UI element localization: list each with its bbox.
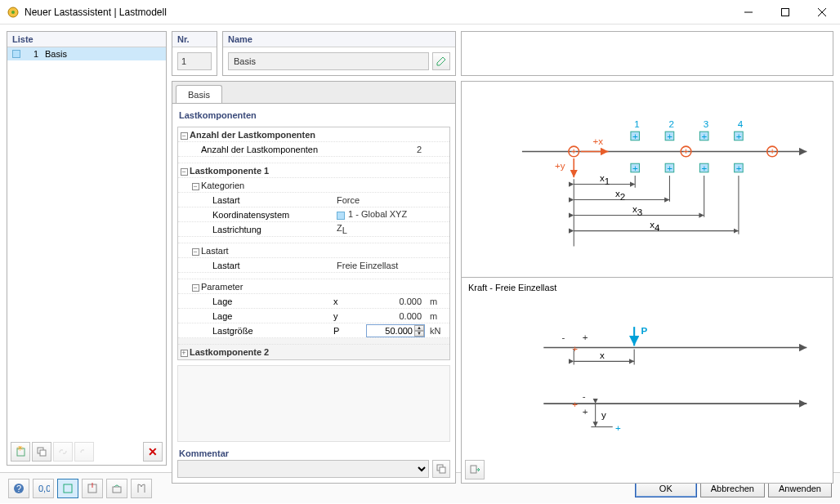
svg-text:+: + bbox=[702, 163, 708, 173]
row-lage-x[interactable]: Lage x 0.000m bbox=[178, 294, 449, 309]
list-item-label: Basis bbox=[45, 49, 67, 59]
link-button bbox=[53, 442, 73, 462]
svg-text:-: - bbox=[561, 332, 565, 342]
nr-panel: Nr. bbox=[172, 31, 217, 76]
property-grid: −Anzahl der Lastkomponenten Anzahl der L… bbox=[177, 127, 450, 360]
blank-top-panel bbox=[461, 31, 833, 76]
svg-text:+: + bbox=[667, 131, 672, 141]
copy-item-button[interactable] bbox=[32, 442, 51, 462]
svg-text:+: + bbox=[571, 145, 577, 156]
list-header: Liste bbox=[7, 32, 166, 47]
svg-text:+: + bbox=[667, 163, 672, 173]
svg-text:+: + bbox=[583, 405, 588, 416]
list-body: 1 Basis bbox=[7, 47, 166, 465]
edit-name-button[interactable] bbox=[432, 52, 450, 70]
svg-text:+: + bbox=[583, 332, 588, 342]
svg-text:+: + bbox=[615, 421, 621, 432]
unlink-button bbox=[74, 442, 94, 462]
row-lage-y[interactable]: Lage y 0.000m bbox=[178, 309, 449, 323]
new-item-button[interactable]: ✳ bbox=[11, 442, 30, 462]
view3-button[interactable] bbox=[106, 479, 127, 498]
script-button[interactable] bbox=[131, 479, 152, 498]
svg-text:1: 1 bbox=[634, 118, 639, 129]
svg-text:2: 2 bbox=[668, 118, 673, 129]
units-button[interactable]: 0,00 bbox=[33, 479, 54, 498]
diagram-bottom: Kraft - Freie Einzellast - + + P bbox=[461, 278, 833, 484]
row-lastgroesse[interactable]: Lastgröße P ▲▼ kN bbox=[178, 323, 449, 338]
svg-text:P: P bbox=[641, 324, 648, 335]
svg-rect-3 bbox=[781, 8, 789, 16]
spinner-up[interactable]: ▲ bbox=[414, 325, 424, 331]
diagram-export-button[interactable] bbox=[465, 460, 485, 479]
nr-header: Nr. bbox=[172, 32, 217, 47]
grid-filler bbox=[177, 365, 450, 442]
kommentar-select[interactable] bbox=[177, 460, 429, 478]
row-lastrichtung[interactable]: Lastrichtung ZL bbox=[178, 222, 449, 237]
app-icon bbox=[7, 6, 20, 19]
tab-body: Lastkomponenten −Anzahl der Lastkomponen… bbox=[172, 103, 455, 483]
name-panel: Name bbox=[222, 31, 456, 76]
svg-text:+: + bbox=[702, 131, 708, 141]
svg-text:4: 4 bbox=[738, 118, 744, 129]
svg-text:+: + bbox=[736, 131, 742, 141]
list-color-swatch bbox=[12, 50, 20, 58]
titlebar: Neuer Lastassistent | Lastmodell bbox=[0, 0, 840, 25]
group-lastart2[interactable]: −Lastart bbox=[178, 243, 449, 258]
svg-rect-81 bbox=[113, 487, 121, 493]
help-button[interactable]: ? bbox=[8, 479, 29, 498]
svg-text:✳: ✳ bbox=[16, 446, 24, 453]
content-area: Liste 1 Basis ✳ ✕ Nr. Name bbox=[0, 25, 840, 472]
tab-basis[interactable]: Basis bbox=[176, 85, 222, 103]
delete-item-button[interactable]: ✕ bbox=[143, 442, 163, 462]
row-koordsys[interactable]: Koordinatensystem 1 - Global XYZ bbox=[178, 207, 449, 222]
tab-strip: Basis bbox=[172, 82, 455, 103]
view1-button[interactable] bbox=[57, 479, 78, 498]
row-anzahl[interactable]: Anzahl der Lastkomponenten 2 bbox=[178, 142, 449, 157]
group-lk2[interactable]: +Lastkomponente 2 bbox=[178, 345, 449, 359]
list-toolbar: ✳ ✕ bbox=[11, 442, 163, 462]
svg-text:+: + bbox=[632, 163, 638, 173]
diagram-top: + + + +x +y 1+ 2+ 3+ bbox=[461, 81, 833, 278]
kommentar-copy-button[interactable] bbox=[432, 460, 450, 478]
section-lastkomponenten: Lastkomponenten bbox=[177, 109, 450, 122]
svg-text:y: y bbox=[601, 409, 606, 420]
diagram-bottom-label: Kraft - Freie Einzellast bbox=[468, 283, 556, 292]
svg-rect-11 bbox=[440, 467, 445, 473]
right-container: Nr. Name Basis Lastkomponenten bbox=[172, 31, 833, 466]
svg-text:+x: +x bbox=[592, 136, 603, 146]
name-header: Name bbox=[223, 32, 455, 47]
window-title: Neuer Lastassistent | Lastmodell bbox=[25, 7, 730, 18]
tabs-panel: Basis Lastkomponenten −Anzahl der Lastko… bbox=[172, 81, 456, 484]
minimize-button[interactable] bbox=[730, 0, 766, 25]
svg-rect-78 bbox=[64, 484, 72, 493]
name-input[interactable] bbox=[228, 52, 429, 70]
group-lk1[interactable]: −Lastkomponente 1 bbox=[178, 163, 449, 178]
close-button[interactable] bbox=[803, 0, 840, 25]
svg-point-1 bbox=[11, 11, 15, 14]
svg-text:+: + bbox=[572, 399, 578, 409]
spinner-down[interactable]: ▼ bbox=[414, 331, 424, 337]
group-anzahl[interactable]: −Anzahl der Lastkomponenten bbox=[178, 127, 449, 142]
group-parameter[interactable]: −Parameter bbox=[178, 279, 449, 294]
svg-text:+: + bbox=[770, 145, 775, 156]
nr-input[interactable] bbox=[177, 52, 212, 70]
list-item-num: 1 bbox=[24, 49, 38, 59]
list-panel: Liste 1 Basis ✳ ✕ bbox=[7, 31, 167, 466]
view2-button[interactable] bbox=[82, 479, 103, 498]
svg-text:+: + bbox=[736, 163, 742, 173]
svg-text:+: + bbox=[683, 145, 689, 156]
section-kommentar: Kommentar bbox=[177, 447, 450, 460]
svg-rect-9 bbox=[40, 450, 46, 456]
svg-text:x: x bbox=[600, 350, 605, 360]
row-lastart2[interactable]: Lastart Freie Einzellast bbox=[178, 258, 449, 273]
svg-text:0,00: 0,00 bbox=[38, 484, 50, 493]
svg-text:?: ? bbox=[16, 484, 21, 493]
svg-text:-: - bbox=[583, 390, 586, 400]
diagram-panel: + + + +x +y 1+ 2+ 3+ bbox=[461, 81, 833, 484]
maximize-button[interactable] bbox=[766, 0, 803, 25]
row-lastart[interactable]: Lastart Force bbox=[178, 193, 449, 207]
svg-text:+: + bbox=[632, 131, 638, 141]
svg-text:3: 3 bbox=[704, 118, 708, 129]
group-kategorien[interactable]: −Kategorien bbox=[178, 178, 449, 193]
list-item[interactable]: 1 Basis bbox=[7, 47, 166, 60]
